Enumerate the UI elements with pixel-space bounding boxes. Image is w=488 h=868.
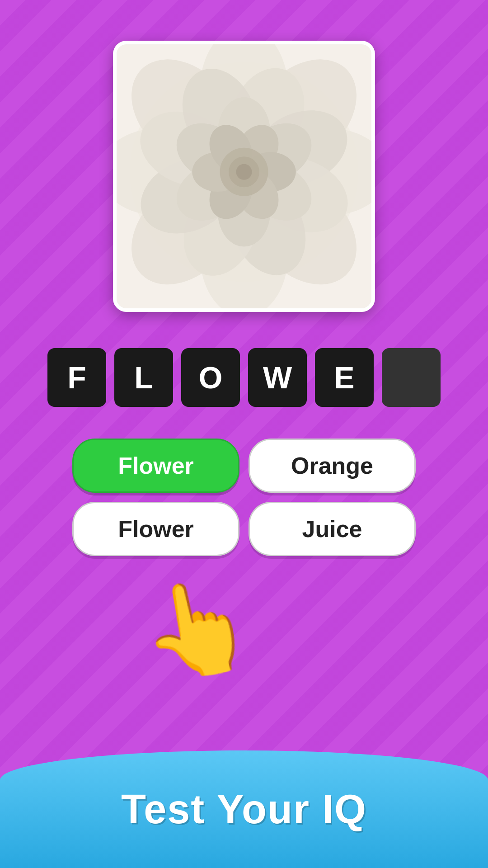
- bottom-banner-text: Test Your IQ: [121, 786, 367, 833]
- image-card: [113, 41, 375, 312]
- letter-tile-5: [382, 348, 441, 407]
- bottom-banner: Test Your IQ: [0, 750, 488, 868]
- finger-pointer: 👆: [133, 574, 260, 683]
- letter-tile-0: F: [47, 348, 106, 407]
- letter-tile-4: E: [315, 348, 374, 407]
- letter-tile-1: L: [114, 348, 173, 407]
- btn-flower-1[interactable]: Flower: [72, 439, 239, 493]
- btn-orange[interactable]: Orange: [249, 439, 416, 493]
- letter-tile-2: O: [181, 348, 240, 407]
- btn-juice[interactable]: Juice: [249, 502, 416, 556]
- btn-flower-2[interactable]: Flower: [72, 502, 239, 556]
- answer-grid: FlowerOrangeFlowerJuice: [72, 439, 416, 556]
- letter-tiles: FLOWE: [47, 348, 441, 407]
- letter-tile-3: W: [248, 348, 307, 407]
- svg-point-32: [236, 164, 252, 180]
